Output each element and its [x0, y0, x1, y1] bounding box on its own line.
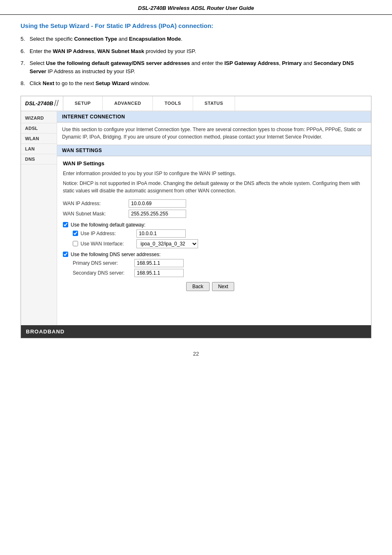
step-7: 7. Select Use the following default gate… — [21, 59, 371, 75]
step-6-text: Enter the WAN IP Address, WAN Subnet Mas… — [30, 47, 371, 56]
page-number: 22 — [21, 338, 371, 361]
section-title: Using the Setup Wizard - For Static IP A… — [21, 22, 371, 29]
sidebar-item-wlan[interactable]: WLAN — [21, 134, 57, 144]
wan-subnet-row: WAN Subnet Mask: — [63, 210, 365, 218]
use-ip-address-row: Use IP Address: — [73, 229, 365, 238]
ic-description: Use this section to configure your Inter… — [57, 123, 371, 145]
step-8: 8. Click Next to go to the next Setup Wi… — [21, 79, 371, 88]
ic-header: INTERNET CONNECTION — [57, 111, 371, 123]
step-6-num: 6. — [21, 47, 30, 56]
nav-tab-setup[interactable]: SETUP — [63, 96, 103, 111]
default-gateway-section: Use the following default gateway: Use I… — [63, 222, 365, 248]
use-ip-address-checkbox[interactable] — [73, 231, 78, 236]
primary-dns-input[interactable] — [134, 259, 184, 267]
use-ip-address-input[interactable] — [136, 229, 186, 238]
sidebar: WIZARD ADSL WLAN LAN DNS — [21, 111, 57, 325]
router-ui: DSL-2740B // SETUP ADVANCED TOOLS STATUS… — [21, 96, 371, 338]
wan-subtitle: WAN IP Settings — [63, 160, 365, 166]
main-panel: INTERNET CONNECTION Use this section to … — [57, 111, 371, 325]
step-7-text: Select Use the following default gateway… — [30, 59, 371, 75]
dns-section: Use the following DNS server addresses: … — [63, 252, 365, 277]
use-default-gateway-row: Use the following default gateway: — [63, 222, 365, 228]
nav-tab-advanced[interactable]: ADVANCED — [103, 96, 153, 111]
wan-ip-row: WAN IP Address: — [63, 199, 365, 208]
router-navbar: DSL-2740B // SETUP ADVANCED TOOLS STATUS — [21, 96, 371, 111]
secondary-dns-input[interactable] — [134, 269, 184, 277]
primary-dns-row: Primary DNS server: — [73, 259, 365, 267]
use-dns-row: Use the following DNS server addresses: — [63, 252, 365, 257]
use-ip-address-label: Use IP Address: — [81, 231, 136, 236]
document-title: DSL-2740B Wireless ADSL Router User Guid… — [138, 5, 254, 11]
use-wan-interface-checkbox[interactable] — [73, 241, 78, 246]
step-8-num: 8. — [21, 79, 30, 88]
nav-spacer — [235, 96, 371, 111]
wan-ip-input[interactable] — [129, 199, 186, 208]
wan-notice: Notice: DHCP is not supported in IPoA mo… — [63, 180, 365, 194]
sidebar-item-dns[interactable]: DNS — [21, 154, 57, 164]
button-row: Back Next — [63, 282, 365, 291]
step-6: 6. Enter the WAN IP Address, WAN Subnet … — [21, 47, 371, 56]
sidebar-item-wizard[interactable]: WIZARD — [21, 113, 57, 123]
wan-subnet-label: WAN Subnet Mask: — [63, 211, 129, 217]
use-dns-checkbox[interactable] — [63, 252, 68, 257]
brand-slash: // — [54, 99, 59, 108]
use-default-gateway-checkbox[interactable] — [63, 222, 68, 227]
document-content: Using the Setup Wizard - For Static IP A… — [0, 22, 392, 373]
wan-subnet-input[interactable] — [129, 210, 186, 218]
nav-tab-tools[interactable]: TOOLS — [153, 96, 193, 111]
back-button[interactable]: Back — [186, 282, 210, 291]
brand-name: DSL-2740B — [25, 100, 53, 106]
use-dns-label: Use the following DNS server addresses: — [71, 252, 161, 257]
document-header: DSL-2740B Wireless ADSL Router User Guid… — [0, 0, 392, 15]
step-list: 5. Select the specific Connection Type a… — [21, 35, 371, 88]
use-wan-interface-select[interactable]: ipoa_0_32/ipa_0_32 — [136, 239, 198, 248]
step-8-text: Click Next to go to the next Setup Wizar… — [30, 79, 371, 88]
router-footer: BROADBAND — [21, 325, 371, 338]
sidebar-item-adsl[interactable]: ADSL — [21, 123, 57, 134]
nav-tab-status[interactable]: STATUS — [193, 96, 235, 111]
wan-info: Enter information provided to you by you… — [63, 170, 365, 177]
wan-header: WAN SETTINGS — [57, 145, 371, 156]
secondary-dns-row: Secondary DNS server: — [73, 269, 365, 277]
step-5-num: 5. — [21, 35, 30, 43]
router-body: WIZARD ADSL WLAN LAN DNS INTERNET CONNEC… — [21, 111, 371, 325]
wan-body: WAN IP Settings Enter information provid… — [57, 156, 371, 297]
use-default-gateway-label: Use the following default gateway: — [71, 222, 145, 228]
next-button[interactable]: Next — [212, 282, 235, 291]
step-7-num: 7. — [21, 59, 30, 75]
router-brand: DSL-2740B // — [21, 96, 63, 111]
wan-ip-label: WAN IP Address: — [63, 201, 129, 206]
primary-dns-label: Primary DNS server: — [73, 260, 134, 266]
step-5: 5. Select the specific Connection Type a… — [21, 35, 371, 43]
step-5-text: Select the specific Connection Type and … — [30, 35, 371, 43]
use-wan-interface-label: Use WAN Interface: — [81, 241, 136, 247]
sidebar-item-lan[interactable]: LAN — [21, 144, 57, 154]
secondary-dns-label: Secondary DNS server: — [73, 270, 134, 276]
use-wan-interface-row: Use WAN Interface: ipoa_0_32/ipa_0_32 — [73, 239, 365, 248]
